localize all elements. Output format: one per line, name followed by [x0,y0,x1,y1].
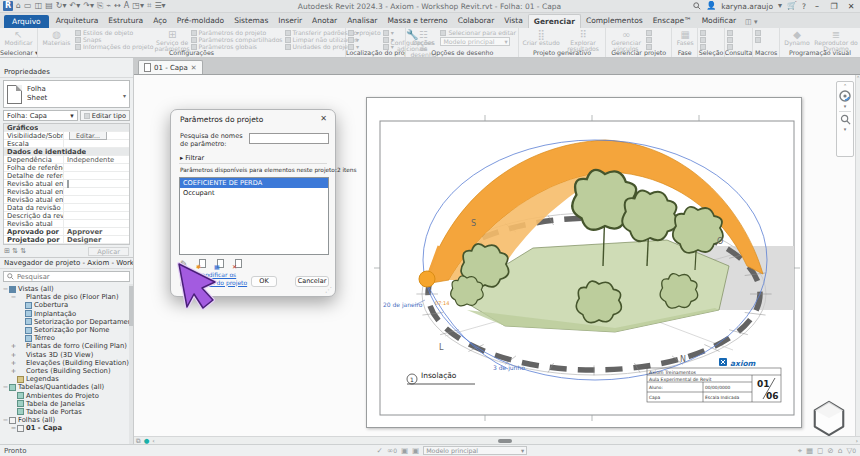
tab-analisar[interactable]: Analisar [342,14,382,28]
element-id-button[interactable] [727,29,733,36]
browser-item-implanta-o[interactable]: Implantação [0,310,133,318]
parameter-list-item[interactable]: Occupant [180,188,328,198]
links-icon[interactable]: ∞0 [387,446,397,455]
measure-icon[interactable]: ⌁ [106,1,111,11]
view-title-text[interactable]: Insolação [421,371,457,380]
zoom-tool-icon[interactable] [840,114,851,125]
browser-search[interactable] [3,271,130,282]
tab-gerenciar[interactable]: Gerenciar [528,14,581,28]
tree-expander-icon[interactable]: + [10,351,17,359]
property-value[interactable]: Designer [64,236,129,244]
browser-search-input[interactable] [17,273,126,281]
selection-filter-icon[interactable]: ▽0 [846,446,856,455]
apply-button[interactable]: Aplicar [88,247,129,256]
dimension-icon[interactable]: ↔ [114,1,121,11]
temporary-hide-icon[interactable]: ● [144,437,150,445]
browser-item-setoriza-o-por-nome[interactable]: Setorização por Nome [0,326,133,334]
load-selection-button[interactable] [700,36,706,43]
home-icon[interactable]: ⌂ [16,1,21,11]
edit-type-button[interactable]: Editar tipo [80,110,130,121]
browser-tree-scrollbar[interactable] [129,284,133,444]
design-option-dropdown[interactable]: Modelo principal▾ [440,37,510,46]
ribbon-button-par-metros-do-projeto[interactable]: Parâmetros do projeto [191,29,283,36]
close-view-tab-icon[interactable]: ✕ [191,64,197,72]
tab-arquitetura[interactable]: Arquitetura [51,14,104,28]
browser-item-eleva-es-building-elevation-[interactable]: +Elevações (Building Elevation) [0,359,133,367]
tree-expander-icon[interactable]: − [2,383,9,391]
browser-item-tabelas-quantidades-all-[interactable]: −Tabelas/Quantidades (all) [0,383,133,391]
exclude-options-icon[interactable]: ⌖ [798,446,802,456]
location-button[interactable]: ▾ [348,29,359,36]
scale-icon[interactable]: ⧉ [136,437,141,445]
tab-vista[interactable]: Vista [499,14,528,28]
browser-item-cobertura[interactable]: Cobertura [0,301,133,309]
select-pinned-icon[interactable]: ⊘ [827,446,833,455]
tab-massa-e-terreno[interactable]: Massa e terreno [382,14,452,28]
browser-item-vistas-3d-3d-view-[interactable]: +Vistas 3D (3D View) [0,351,133,359]
zoom-menu-chevron-icon[interactable]: ▾ [844,126,847,132]
date-label-left[interactable]: 20 de janeiro [383,301,423,309]
worksets-icon[interactable]: ✓ [377,446,383,455]
ribbon-button-snaps[interactable]: Snaps [75,36,154,43]
property-value[interactable]: Approver [64,228,129,236]
phases-button[interactable]: ▦ Fases [674,29,696,46]
dynamo-button[interactable]: ◆ Dynamo [782,29,812,46]
press-drag-icon[interactable]: ◻ [817,446,823,455]
browser-item-vistas-all-[interactable]: −Vistas (all) [0,285,133,293]
tree-expander-icon[interactable]: − [10,424,17,432]
reveal-hidden-icon[interactable]: ‹ [152,437,155,445]
parameter-list[interactable]: COEFICIENTE DE PERDAOccupant [179,177,329,255]
position-button[interactable]: ▾ [348,36,359,43]
properties-header[interactable]: Propriedades [0,67,133,78]
property-value[interactable]: Editar... [64,132,129,140]
parameter-search-input[interactable] [249,133,329,144]
tree-expander-icon[interactable]: − [2,416,9,424]
tree-expander-icon[interactable]: − [2,285,9,293]
browser-item-t-rreo[interactable]: Térreo [0,334,133,342]
vertical-scrollbar[interactable]: ⌃ [855,75,860,436]
create-study-button[interactable]: ⣿ Criar estudo [521,29,561,46]
user-menu-chevron-icon[interactable]: ▾ [778,1,782,11]
dialog-resize-grip[interactable]: ⋰ [325,286,332,294]
user-name[interactable]: karyna.araujo [721,2,773,11]
tab-complementos[interactable]: Complementos [581,14,648,28]
store-icon[interactable]: 🛒 [787,1,797,11]
editable-only-icon[interactable]: ▦ [806,446,813,455]
tab-colaborar[interactable]: Colaborar [453,14,500,28]
ribbon-button-par-metros-compartilhados[interactable]: Parâmetros compartilhados [191,36,283,43]
undo-icon[interactable]: ↶▾ [69,1,80,11]
browser-item-tabela-de-janelas[interactable]: Tabela de Janelas [0,400,133,408]
dialog-close-icon[interactable]: ✕ [320,114,327,123]
customize-qat-icon[interactable]: ☰▾ [154,1,165,11]
restore-button[interactable]: ❐ [828,2,840,11]
browser-item-legendas[interactable]: Legendas [0,375,133,383]
tree-expander-icon[interactable]: + [10,359,17,367]
search-icon[interactable] [693,2,701,10]
browser-item-plantas-de-piso-floor-plan-[interactable]: −Plantas de piso (Floor Plan) [0,293,133,301]
tab-inserir[interactable]: Inserir [273,14,307,28]
wheel-menu-chevron-icon[interactable]: ▾ [844,103,847,109]
scroll-right-icon[interactable]: › [855,437,858,445]
horizontal-scrollbar-thumb[interactable] [498,439,512,443]
type-selector-chevron-icon[interactable]: ▾ [123,92,126,99]
tab-estrutura[interactable]: Estrutura [103,14,148,28]
browser-item-cortes-building-section-[interactable]: +Cortes (Building Section) [0,367,133,375]
select-by-id-button[interactable] [727,36,733,43]
text-icon[interactable]: A [124,1,129,11]
workset-toggle-icon[interactable]: ▣ [401,446,408,455]
browser-item-folhas-all-[interactable]: −Folhas (all) [0,416,133,424]
open-icon[interactable]: ◫ [35,1,43,11]
select-to-edit-button[interactable]: Selecionar para editar [440,29,516,36]
tab-sistemas[interactable]: Sistemas [229,14,273,28]
minimize-button[interactable]: – [811,2,823,11]
tree-expander-icon[interactable]: + [10,342,17,350]
cancel-button[interactable]: Cancelar [295,276,329,287]
modify-button[interactable]: ↖ Modificar [2,29,35,46]
steering-wheel-icon[interactable] [839,90,851,102]
macro-security-button[interactable] [755,36,761,43]
browser-item-plantas-de-forro-ceiling-plan-[interactable]: +Plantas de forro (Ceiling Plan) [0,342,133,350]
sun[interactable] [419,271,435,287]
browser-item-ambientes-do-projeto[interactable]: Ambientes do Projeto [0,391,133,399]
browser-item-setoriza-o-por-departamento[interactable]: Setorização por Departamento [0,318,133,326]
tree-expander-icon[interactable]: − [10,293,17,301]
